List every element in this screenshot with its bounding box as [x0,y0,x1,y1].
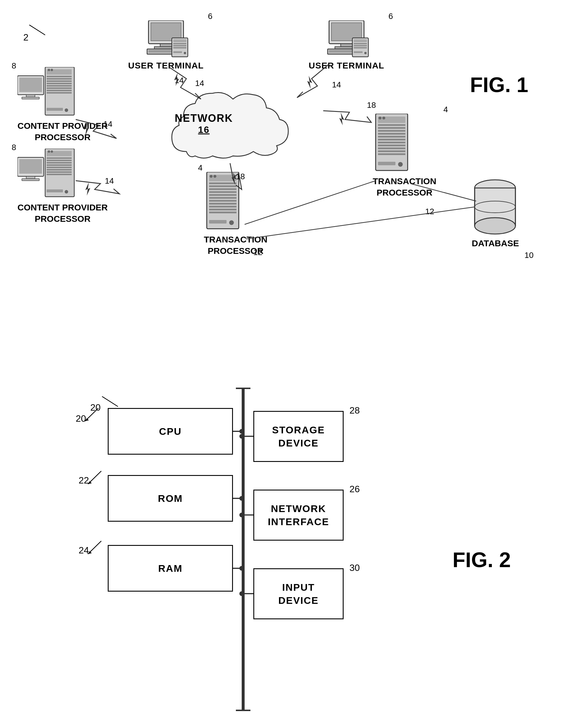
svg-point-95 [378,117,381,119]
svg-marker-110 [307,76,312,89]
svg-rect-8 [173,39,186,42]
computer-icon-left [143,20,189,58]
svg-text:18: 18 [367,101,376,110]
svg-rect-70 [209,197,237,199]
svg-rect-11 [173,47,186,48]
svg-rect-24 [354,47,367,48]
storage-connector [244,436,253,437]
computer-icon-right [323,20,370,58]
network-interface-bus-dot [240,513,244,517]
tp-right-tower [373,114,410,172]
svg-marker-112 [339,112,344,125]
svg-line-122 [102,396,118,407]
svg-rect-36 [47,83,72,84]
user-terminal-left-label: USER TERMINAL [128,61,204,71]
database: 10 DATABASE [472,178,519,248]
svg-rect-23 [354,45,367,46]
svg-point-62 [51,150,53,153]
database-label: DATABASE [472,238,519,248]
ref20b-arrow [84,408,99,423]
network-text: NETWORK [175,112,233,124]
svg-rect-50 [47,151,72,156]
tp-right-label: TRANSACTION PROCESSOR [373,175,436,198]
ref-12-center: 12 [253,248,263,257]
svg-rect-84 [378,130,405,132]
transaction-processor-center: 4 TRANSACTION PROC [204,172,267,256]
ref-6-right: 6 [388,12,393,21]
rom-label: ROM [158,492,183,505]
svg-rect-21 [354,39,367,42]
input-device-block: INPUT DEVICE [253,568,343,619]
svg-rect-68 [209,191,237,193]
svg-rect-30 [22,97,39,99]
svg-point-44 [51,69,53,71]
user-terminal-right-label: USER TERMINAL [309,61,384,71]
svg-rect-74 [209,209,237,210]
svg-rect-16 [341,44,352,47]
ref24-arrow [87,541,102,555]
svg-rect-52 [47,160,72,161]
ram-block: RAM [108,545,233,592]
ref-8-bottom: 8 [12,143,16,152]
user-terminal-right: 6 USER TERMINAL [309,20,384,71]
ref20-arrow [102,396,119,408]
fig1-diagram: 2 FIG. 1 6 [0,9,569,344]
page: 2 FIG. 1 6 [0,0,569,728]
ref2-arrow [29,25,47,36]
svg-rect-39 [47,90,72,91]
ref-12-right: 12 [425,207,434,216]
cp-bottom-label: CONTENT PROVIDER PROCESSOR [17,202,108,224]
svg-rect-77 [209,220,227,224]
svg-rect-71 [209,200,237,202]
svg-rect-87 [378,139,405,140]
svg-rect-55 [47,167,72,168]
input-device-bus-dot [240,591,244,596]
svg-rect-86 [378,136,405,138]
svg-rect-81 [378,117,405,123]
svg-rect-10 [173,45,186,46]
svg-rect-33 [47,76,72,77]
svg-rect-46 [19,159,42,174]
svg-rect-66 [209,185,237,187]
svg-rect-38 [47,87,72,89]
ref-10: 10 [524,251,533,260]
network-interface-block: NETWORK INTERFACE [253,490,343,541]
svg-rect-13 [173,51,182,53]
svg-text:14: 14 [195,79,204,88]
svg-rect-3 [160,44,172,47]
svg-point-78 [210,175,213,178]
svg-line-0 [29,25,45,35]
tp-center-tower [204,172,242,230]
svg-rect-92 [378,153,405,155]
svg-rect-37 [47,85,72,87]
network-interface-label: NETWORK INTERFACE [268,502,329,528]
cpu-label: CPU [159,425,182,438]
bus-bottom-end [236,697,251,711]
input-device-label: INPUT DEVICE [279,581,319,606]
rom-bus-dot [240,496,244,501]
ref-8-top: 8 [12,61,16,71]
rom-block: ROM [108,475,233,522]
svg-rect-40 [47,92,72,94]
ref-4-right: 4 [443,105,448,114]
network-ref-num: 16 [175,124,233,135]
storage-label: STORAGE DEVICE [272,423,325,449]
svg-rect-34 [47,78,72,80]
svg-rect-65 [209,182,237,184]
svg-rect-67 [209,188,237,190]
cpu-block: CPU [108,408,233,455]
svg-rect-54 [47,164,72,166]
svg-rect-82 [378,124,405,126]
cpu-bus-dot [240,429,244,434]
svg-rect-88 [378,142,405,143]
cp-top-label: CONTENT PROVIDER PROCESSOR [17,120,108,143]
svg-marker-124 [85,418,89,421]
ref-4-center: 4 [198,163,203,173]
svg-rect-72 [209,203,237,205]
svg-rect-85 [378,133,405,135]
svg-rect-51 [47,157,72,159]
svg-rect-29 [26,95,35,97]
svg-rect-48 [22,179,39,181]
svg-text:14: 14 [332,80,341,89]
svg-rect-83 [378,127,405,129]
